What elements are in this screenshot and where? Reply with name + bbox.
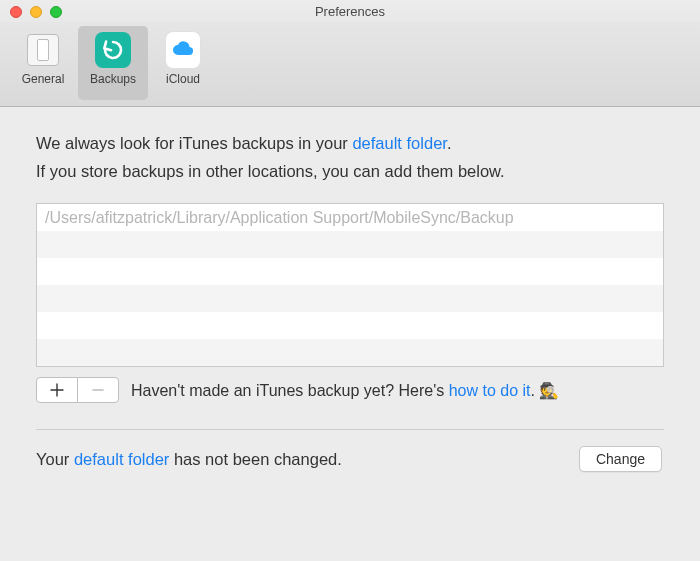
default-folder-link[interactable]: default folder (74, 450, 169, 468)
how-to-link[interactable]: how to do it (449, 382, 531, 399)
list-item[interactable] (37, 339, 663, 366)
content: We always look for iTunes backups in you… (0, 107, 700, 482)
window-title: Preferences (315, 4, 385, 19)
tab-label: iCloud (166, 72, 200, 86)
footer: Your default folder has not been changed… (36, 446, 664, 472)
intro-line1-post: . (447, 134, 452, 152)
intro-line1-pre: We always look for iTunes backups in you… (36, 134, 352, 152)
window-controls (10, 6, 62, 18)
close-icon[interactable] (10, 6, 22, 18)
tab-label: Backups (90, 72, 136, 86)
restore-icon (95, 32, 131, 68)
tab-general[interactable]: General (8, 26, 78, 100)
backup-paths-list[interactable]: /Users/afitzpatrick/Library/Application … (36, 203, 664, 367)
tab-icloud[interactable]: iCloud (148, 26, 218, 100)
hint-pre: Haven't made an iTunes backup yet? Here'… (131, 382, 449, 399)
detective-icon: 🕵️ (539, 382, 559, 399)
tab-label: General (22, 72, 65, 86)
list-item[interactable] (37, 312, 663, 339)
intro-line2: If you store backups in other locations,… (36, 157, 664, 185)
footer-pre: Your (36, 450, 74, 468)
hint-text: Haven't made an iTunes backup yet? Here'… (131, 381, 664, 400)
add-button[interactable] (36, 377, 78, 403)
preferences-window: Preferences General Backups (0, 0, 700, 561)
default-folder-link[interactable]: default folder (352, 134, 447, 152)
add-remove-row: Haven't made an iTunes backup yet? Here'… (36, 377, 664, 403)
titlebar: Preferences (0, 0, 700, 22)
toolbar: General Backups iClou (0, 22, 700, 107)
divider (36, 429, 664, 430)
zoom-icon[interactable] (50, 6, 62, 18)
minimize-icon[interactable] (30, 6, 42, 18)
list-item[interactable] (37, 258, 663, 285)
intro-text: We always look for iTunes backups in you… (36, 129, 664, 185)
footer-text: Your default folder has not been changed… (36, 450, 342, 469)
list-item[interactable]: /Users/afitzpatrick/Library/Application … (37, 204, 663, 231)
change-button[interactable]: Change (579, 446, 662, 472)
segmented-control (36, 377, 119, 403)
remove-button (77, 377, 119, 403)
list-item[interactable] (37, 285, 663, 312)
cloud-icon (165, 32, 201, 68)
switch-icon (25, 32, 61, 68)
footer-post: has not been changed. (169, 450, 341, 468)
tab-backups[interactable]: Backups (78, 26, 148, 100)
list-item[interactable] (37, 231, 663, 258)
